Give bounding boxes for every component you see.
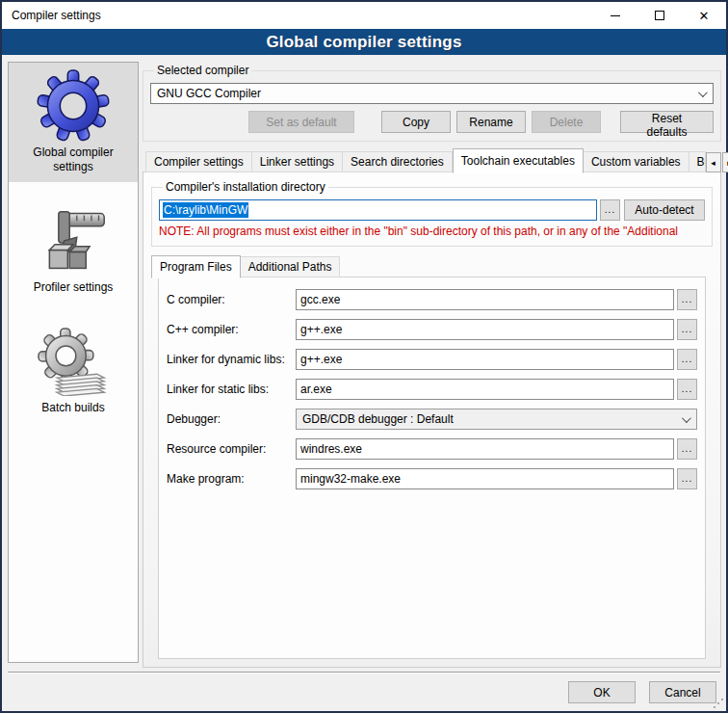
make-program-input[interactable] bbox=[296, 468, 674, 489]
sidebar-item-label: Batch builds bbox=[13, 401, 134, 415]
compiler-select[interactable]: GNU GCC Compiler bbox=[150, 83, 714, 104]
linker-static-browse-button[interactable]: ... bbox=[677, 379, 697, 400]
maximize-icon bbox=[655, 11, 664, 20]
install-dir-input[interactable]: C:\raylib\MinGW bbox=[159, 199, 597, 221]
linker-static-input[interactable] bbox=[296, 379, 674, 400]
selected-compiler-group: Selected compiler GNU GCC Compiler Set a… bbox=[143, 64, 721, 142]
rename-button[interactable]: Rename bbox=[456, 111, 526, 133]
tab-additional-paths[interactable]: Additional Paths bbox=[241, 256, 341, 277]
programs-tabstrip: Program Files Additional Paths bbox=[151, 254, 713, 277]
sidebar-gap bbox=[9, 182, 138, 198]
ok-button[interactable]: OK bbox=[568, 681, 636, 703]
main-panel: Selected compiler GNU GCC Compiler Set a… bbox=[143, 62, 721, 668]
c-compiler-browse-button[interactable]: ... bbox=[677, 289, 697, 310]
gray-gear-stack-icon bbox=[13, 324, 134, 399]
chevron-down-icon bbox=[698, 88, 708, 97]
minimize-button[interactable] bbox=[593, 2, 637, 29]
titlebar-spacer bbox=[101, 2, 593, 29]
close-icon: ✕ bbox=[699, 10, 710, 22]
maximize-button[interactable] bbox=[637, 2, 682, 29]
sidebar-item-label: Profiler settings bbox=[13, 280, 134, 295]
selected-compiler-group-label: Selected compiler bbox=[154, 64, 251, 77]
button-gap bbox=[601, 111, 620, 133]
sidebar-item-global-compiler-settings[interactable]: Global compiler settings bbox=[9, 63, 138, 182]
install-dir-group: Compiler's installation directory C:\ray… bbox=[151, 180, 713, 247]
resource-compiler-browse-button[interactable]: ... bbox=[677, 438, 697, 460]
minimize-icon bbox=[611, 15, 620, 16]
settings-tabstrip: Compiler settings Linker settings Search… bbox=[143, 147, 721, 172]
window-title: Compiler settings bbox=[2, 9, 101, 22]
linker-dynamic-input[interactable] bbox=[296, 349, 674, 370]
field-row-linker-static: Linker for static libs: ... bbox=[167, 379, 697, 400]
field-row-resource-compiler: Resource compiler: ... bbox=[167, 438, 697, 460]
tab-scroll-left-button[interactable]: ◂ bbox=[706, 152, 721, 172]
field-row-cpp-compiler: C++ compiler: ... bbox=[167, 319, 697, 340]
toolchain-executables-page: Compiler's installation directory C:\ray… bbox=[143, 172, 721, 668]
sidebar-item-label: Global compiler settings bbox=[13, 145, 134, 174]
field-label: Linker for static libs: bbox=[167, 383, 296, 396]
field-label: Resource compiler: bbox=[167, 442, 296, 456]
footer-buttons: OK Cancel bbox=[568, 681, 716, 703]
footer-divider bbox=[8, 672, 720, 673]
tab-compiler-settings[interactable]: Compiler settings bbox=[145, 151, 252, 172]
set-as-default-button[interactable]: Set as default bbox=[248, 111, 354, 133]
tab-custom-variables[interactable]: Custom variables bbox=[584, 151, 689, 172]
compiler-settings-dialog: Compiler settings ✕ Global compiler sett… bbox=[0, 0, 728, 713]
tab-scroll-arrows: ◂ ▸ bbox=[706, 152, 728, 172]
chevron-down-icon bbox=[682, 413, 691, 423]
dialog-content: Global compiler settings bbox=[2, 55, 726, 711]
cancel-button[interactable]: Cancel bbox=[649, 681, 716, 703]
settings-sidebar: Global compiler settings bbox=[8, 62, 139, 663]
install-dir-browse-button[interactable]: ... bbox=[600, 199, 620, 221]
field-row-c-compiler: C compiler: ... bbox=[167, 289, 697, 310]
caliper-icon bbox=[13, 203, 134, 278]
sidebar-item-profiler-settings[interactable]: Profiler settings bbox=[9, 198, 138, 303]
install-dir-group-label: Compiler's installation directory bbox=[163, 180, 328, 194]
field-row-debugger: Debugger: GDB/CDB debugger : Default bbox=[167, 409, 697, 430]
tab-toolchain-executables[interactable]: Toolchain executables bbox=[453, 148, 584, 173]
banner-title: Global compiler settings bbox=[266, 33, 461, 52]
install-dir-note: NOTE: All programs must exist either in … bbox=[159, 224, 705, 238]
close-button[interactable]: ✕ bbox=[682, 2, 726, 29]
titlebar[interactable]: Compiler settings ✕ bbox=[2, 2, 726, 29]
field-row-linker-dynamic: Linker for dynamic libs: ... bbox=[167, 349, 697, 370]
cpp-compiler-browse-button[interactable]: ... bbox=[677, 319, 697, 340]
field-label: Make program: bbox=[167, 472, 296, 486]
linker-dynamic-browse-button[interactable]: ... bbox=[677, 349, 697, 370]
field-row-make-program: Make program: ... bbox=[167, 468, 697, 489]
copy-button[interactable]: Copy bbox=[381, 111, 451, 133]
install-dir-selected-text: C:\raylib\MinGW bbox=[163, 202, 248, 218]
blue-gear-icon bbox=[13, 68, 134, 144]
delete-button[interactable]: Delete bbox=[532, 111, 601, 133]
sidebar-item-batch-builds[interactable]: Batch builds bbox=[9, 318, 138, 423]
tab-build-options[interactable]: Build bbox=[689, 151, 706, 172]
resize-grip[interactable] bbox=[714, 699, 723, 708]
c-compiler-input[interactable] bbox=[296, 289, 674, 310]
field-label: C++ compiler: bbox=[167, 323, 296, 336]
dialog-banner: Global compiler settings bbox=[2, 29, 726, 55]
tab-scroll-right-button[interactable]: ▸ bbox=[722, 152, 728, 172]
debugger-select-value: GDB/CDB debugger : Default bbox=[302, 412, 682, 426]
reset-defaults-button[interactable]: Reset defaults bbox=[620, 111, 714, 133]
sidebar-gap bbox=[9, 303, 138, 318]
button-gap bbox=[354, 111, 381, 133]
tab-linker-settings[interactable]: Linker settings bbox=[252, 151, 343, 172]
resource-compiler-input[interactable] bbox=[296, 438, 674, 460]
make-program-browse-button[interactable]: ... bbox=[677, 468, 697, 489]
compiler-buttons-row: Set as default Copy Rename Delete Reset … bbox=[150, 111, 714, 133]
field-label: Linker for dynamic libs: bbox=[167, 353, 296, 366]
field-label: C compiler: bbox=[167, 293, 296, 306]
program-files-page: C compiler: ... C++ compiler: ... Linker… bbox=[158, 277, 706, 659]
install-dir-row: C:\raylib\MinGW ... Auto-detect bbox=[159, 199, 705, 221]
field-label: Debugger: bbox=[167, 412, 296, 426]
debugger-select[interactable]: GDB/CDB debugger : Default bbox=[296, 409, 697, 430]
tab-program-files[interactable]: Program Files bbox=[151, 255, 241, 278]
tab-search-directories[interactable]: Search directories bbox=[343, 151, 453, 172]
cpp-compiler-input[interactable] bbox=[296, 319, 674, 340]
auto-detect-button[interactable]: Auto-detect bbox=[624, 199, 705, 221]
compiler-select-value: GNU GCC Compiler bbox=[157, 87, 698, 100]
